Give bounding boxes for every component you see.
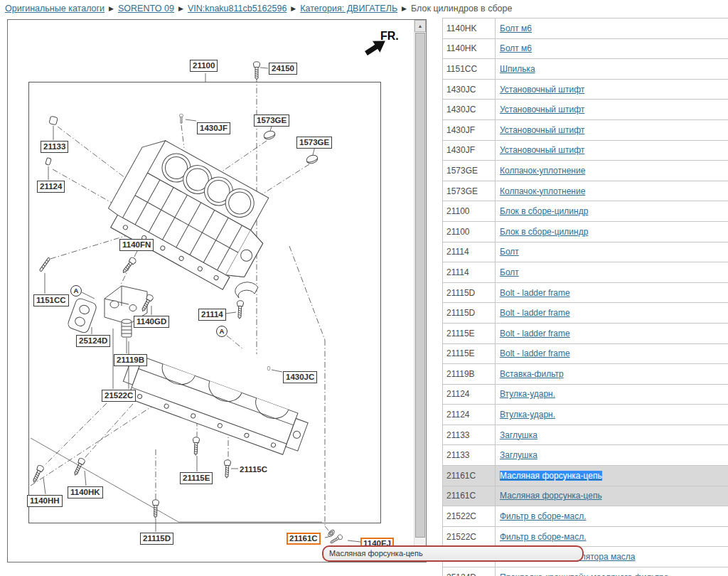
selected-text: Масляная форсунка-цепь (500, 471, 602, 481)
part-name-link[interactable]: Заглушка (500, 450, 537, 460)
part-callout-25124D[interactable]: 25124D (76, 335, 110, 347)
part-number-cell: 21100 (443, 221, 496, 242)
part-callout-21133[interactable]: 21133 (41, 141, 68, 153)
part-number-cell: 21100 (443, 201, 496, 222)
parts-table-row: 1140HKБолт м6 (443, 38, 728, 59)
part-callout-1573GE[interactable]: 1573GE (296, 137, 332, 149)
part-number-cell: 1151CC (443, 59, 496, 80)
part-name-link[interactable]: Bolt - ladder frame (500, 308, 570, 318)
part-number-cell: 21522C (443, 506, 496, 527)
part-callout-1140HK[interactable]: 1140HK (68, 486, 103, 498)
parts-table-row: 21114Болт (443, 242, 728, 262)
part-callout-21119B[interactable]: 21119B (114, 354, 147, 366)
part-name-link[interactable]: Блок в сборе-цилиндр (500, 227, 588, 237)
parts-table-row: 21100Блок в сборе-цилиндр (443, 221, 728, 242)
part-name-link[interactable]: Блок в сборе-цилиндр (500, 206, 588, 216)
part-callout-21124[interactable]: 21124 (37, 181, 65, 193)
parts-table-row: 1430JFУстановочный штифт (443, 140, 728, 161)
part-callout-1140HH[interactable]: 1140HH (27, 495, 63, 507)
part-number-cell: 21133 (443, 445, 496, 466)
part-number-cell: 21133 (443, 425, 496, 445)
part-number-cell: 1573GE (443, 181, 496, 201)
part-tooltip: Масляная форсунка-цепь (322, 545, 584, 562)
part-number-cell: 1430JF (443, 140, 496, 161)
parts-table-row: 21100Блок в сборе-цилиндр (443, 201, 728, 222)
part-name-link[interactable]: Прокладка-кронштейн масляного фильтра (500, 572, 668, 576)
parts-table-row: 1573GEКолпачок-уплотнение (443, 161, 728, 181)
parts-table-row: 21115EBolt - ladder frame (443, 323, 728, 343)
part-number-cell: 21124 (443, 405, 496, 425)
breadcrumb-item[interactable]: SORENTO 09 (118, 4, 174, 14)
part-name-link[interactable]: Масляная форсунка-цепь (500, 471, 602, 481)
scroll-up-button[interactable]: ▲ (414, 20, 426, 32)
part-name-link[interactable]: Установочный штифт (500, 105, 584, 114)
part-callout-21161C[interactable]: 21161C (287, 533, 321, 545)
part-name-link[interactable]: Болт м6 (500, 43, 532, 53)
parts-table-row: 1151CCШпилька (443, 59, 728, 80)
part-callout-21522C[interactable]: 21522C (102, 390, 136, 402)
part-number-cell: 21124 (443, 384, 496, 405)
part-callout-21115D[interactable]: 21115D (140, 533, 173, 545)
parts-table: 1140HKБолт м61140HKБолт м61151CCШпилька1… (442, 18, 728, 576)
part-callout-1430JC[interactable]: 1430JC (283, 371, 317, 383)
part-callout-21100[interactable]: 21100 (190, 60, 218, 72)
part-name-link[interactable]: Болт (500, 267, 519, 277)
part-callout-1140FN[interactable]: 1140FN (119, 239, 154, 251)
view-marker: A (216, 326, 228, 337)
part-name-link[interactable]: Фильтр в сборе-масл. (500, 532, 587, 542)
part-name-link[interactable]: Масляная форсунка-цепь (500, 491, 602, 501)
part-number-cell: 1573GE (443, 161, 496, 181)
diagram-scrollbar[interactable]: ▲ ▼ (414, 20, 426, 562)
parts-table-row: 21522CФильтр в сборе-масл. (443, 526, 728, 547)
part-callout-1430JF[interactable]: 1430JF (197, 122, 230, 134)
part-callout-1140GD[interactable]: 1140GD (134, 316, 169, 328)
breadcrumb-item[interactable]: Категория: ДВИГАТЕЛЬ (300, 4, 397, 14)
parts-table-row: 21115DBolt - ladder frame (443, 303, 728, 324)
part-callout-21115C[interactable]: 21115C (240, 464, 267, 475)
part-name-link[interactable]: Колпачок-уплотнение (500, 186, 585, 196)
parts-table-row: 21161CМасляная форсунка-цепь (443, 486, 728, 506)
view-marker: A (70, 285, 82, 297)
scrollbar-thumb[interactable] (415, 33, 425, 538)
part-name-link[interactable]: Болт (500, 247, 519, 257)
part-number-cell: 21114 (443, 262, 496, 283)
part-callout-21115E[interactable]: 21115E (180, 472, 213, 484)
part-name-link[interactable]: Колпачок-уплотнение (500, 166, 585, 176)
part-callout-21114[interactable]: 21114 (198, 309, 226, 321)
parts-table-row: 1430JCУстановочный штифт (443, 100, 728, 120)
part-callout-1573GE[interactable]: 1573GE (254, 114, 289, 127)
parts-table-row: 1430JFУстановочный штифт (443, 119, 728, 140)
part-name-link[interactable]: Установочный штифт (500, 145, 584, 155)
part-name-link[interactable]: Фильтр в сборе-масл. (500, 511, 587, 521)
part-name-link[interactable]: Болт м6 (500, 23, 532, 33)
breadcrumb-item[interactable]: Оригинальные каталоги (5, 4, 105, 14)
parts-table-row: 21161CМасляная форсунка-цепь (443, 466, 728, 486)
breadcrumb-item[interactable]: VIN:knaku811cb5162596 (188, 4, 287, 14)
part-name-link[interactable]: Установочный штифт (500, 85, 584, 95)
parts-table-row: 1140HKБолт м6 (443, 18, 728, 39)
part-number-cell: 1140HK (443, 18, 496, 39)
part-number-cell: 21161C (443, 466, 496, 486)
part-name-link[interactable]: Заглушка (500, 430, 537, 440)
engine-diagram: 21100241501430JF1573GE1573GE211332112411… (8, 20, 414, 562)
breadcrumb-item: Блок цилиндров в сборе (411, 4, 512, 14)
parts-table-row: 25124DПрокладка-кронштейн масляного филь… (443, 567, 728, 576)
parts-table-row: 21114Болт (443, 262, 728, 283)
parts-table-row: 1573GEКолпачок-уплотнение (443, 181, 728, 201)
part-number-cell: 21114 (443, 242, 496, 262)
part-name-link[interactable]: Установочный штифт (500, 125, 584, 135)
parts-table-row: 21115EBolt - ladder frame (443, 343, 728, 364)
part-name-link[interactable]: Шпилька (500, 64, 535, 74)
parts-table-row: 21133Заглушка (443, 425, 728, 445)
part-number-cell: 25124D (443, 567, 496, 576)
part-name-link[interactable]: Bolt - ladder frame (500, 348, 570, 358)
part-name-link[interactable]: Bolt - ladder frame (500, 329, 570, 338)
part-name-link[interactable]: Bolt - ladder frame (500, 288, 570, 298)
part-name-link[interactable]: Вставка-фильтр (500, 369, 564, 379)
part-number-cell: 21119B (443, 364, 496, 385)
parts-list: 1140HKБолт м61140HKБолт м61151CCШпилька1… (442, 18, 728, 576)
part-name-link[interactable]: Втулка-ударн. (500, 410, 555, 420)
part-name-link[interactable]: Втулка-ударн. (500, 389, 555, 399)
part-callout-1151CC[interactable]: 1151CC (33, 294, 69, 306)
part-callout-24150[interactable]: 24150 (269, 63, 297, 75)
